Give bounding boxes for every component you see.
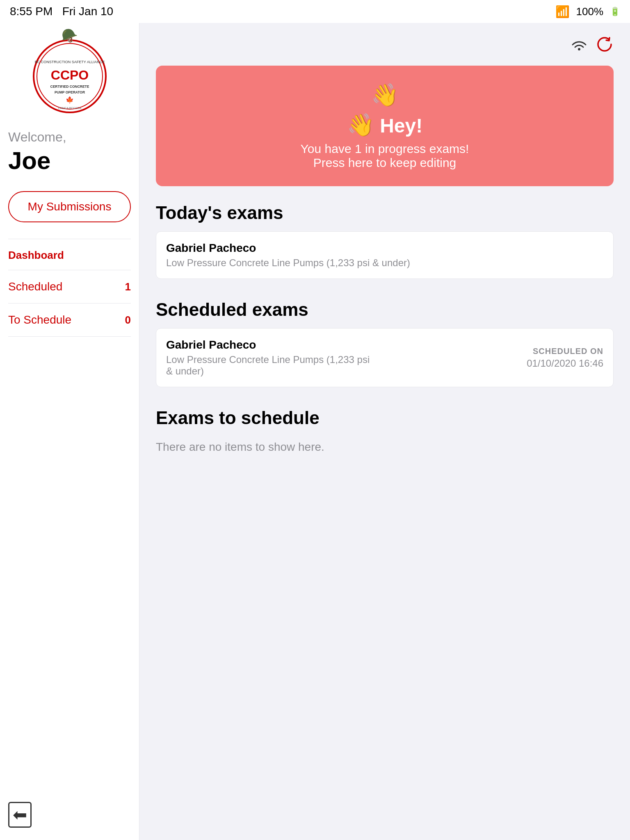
- logo-svg: CCPO BC CONSTRUCTION SAFETY ALLIANCE CER…: [31, 35, 109, 113]
- exams-to-schedule-title: Exams to schedule: [156, 408, 614, 428]
- svg-text:CAMCA   BCCSOA: CAMCA BCCSOA: [58, 107, 81, 110]
- header-wifi-icon: [571, 37, 587, 56]
- sidebar-item-to-schedule-label: To Schedule: [8, 313, 71, 326]
- sidebar-item-scheduled[interactable]: Scheduled 1: [8, 270, 131, 304]
- sidebar-bottom: ⬅: [8, 794, 131, 828]
- exams-to-schedule-empty: There are no items to show here.: [156, 436, 614, 458]
- svg-text:PUMP OPERATOR: PUMP OPERATOR: [54, 90, 84, 94]
- svg-text:BC CONSTRUCTION SAFETY ALLIANC: BC CONSTRUCTION SAFETY ALLIANCE: [34, 60, 104, 64]
- scheduled-exams-section: Scheduled exams Gabriel Pacheco Low Pres…: [156, 299, 614, 387]
- nav-section-title: Dashboard: [8, 239, 131, 270]
- wifi-status-icon: 📶: [555, 5, 570, 18]
- sidebar-item-scheduled-badge: 1: [125, 281, 131, 293]
- scheduled-exams-title: Scheduled exams: [156, 299, 614, 320]
- header-refresh-icon[interactable]: [596, 35, 614, 57]
- todays-exam-type-0: Low Pressure Concrete Line Pumps (1,233 …: [166, 257, 603, 269]
- logo-container: CCPO BC CONSTRUCTION SAFETY ALLIANCE CER…: [8, 35, 131, 113]
- status-bar: 8:55 PM Fri Jan 10 📶 100% 🔋: [0, 0, 630, 23]
- welcome-label: Welcome,: [8, 130, 131, 145]
- scheduled-exam-type-0: Low Pressure Concrete Line Pumps (1,233 …: [166, 354, 371, 377]
- user-name: Joe: [8, 146, 131, 175]
- hat-icon: 🪖: [62, 28, 78, 43]
- battery-icon: 🔋: [610, 7, 620, 16]
- scheduled-exam-left: Gabriel Pacheco Low Pressure Concrete Li…: [166, 338, 371, 377]
- logo: CCPO BC CONSTRUCTION SAFETY ALLIANCE CER…: [31, 35, 109, 113]
- logout-button[interactable]: ⬅: [8, 802, 131, 828]
- scheduled-label-text: SCHEDULED ON: [527, 347, 603, 356]
- svg-text:🍁: 🍁: [66, 96, 74, 104]
- scheduled-exam-info-0: SCHEDULED ON 01/10/2020 16:46: [527, 347, 603, 369]
- todays-exam-name-0: Gabriel Pacheco: [166, 242, 603, 255]
- battery-percentage: 100%: [576, 5, 604, 18]
- in-progress-banner[interactable]: 👋 👋 Hey! You have 1 in progress exams! P…: [156, 66, 614, 186]
- sidebar: CCPO BC CONSTRUCTION SAFETY ALLIANCE CER…: [0, 23, 139, 840]
- status-right: 📶 100% 🔋: [555, 5, 621, 18]
- todays-exams-title: Today's exams: [156, 203, 614, 223]
- sidebar-item-to-schedule[interactable]: To Schedule 0: [8, 304, 131, 337]
- scheduled-exam-card-0: Gabriel Pacheco Low Pressure Concrete Li…: [156, 328, 614, 387]
- logout-icon: ⬅: [8, 802, 32, 828]
- my-submissions-label: My Submissions: [28, 200, 112, 213]
- sidebar-item-scheduled-label: Scheduled: [8, 280, 62, 293]
- status-time: 8:55 PM: [10, 5, 52, 18]
- content-header: [156, 35, 614, 57]
- banner-subtitle-line1: You have 1 in progress exams!: [168, 142, 601, 156]
- status-time-date: 8:55 PM Fri Jan 10: [10, 5, 113, 18]
- exams-to-schedule-section: Exams to schedule There are no items to …: [156, 408, 614, 458]
- scheduled-exam-name-0: Gabriel Pacheco: [166, 338, 371, 352]
- banner-emoji: 👋: [168, 82, 601, 108]
- status-date: Fri Jan 10: [62, 5, 114, 18]
- svg-text:CERTIFIED CONCRETE: CERTIFIED CONCRETE: [50, 84, 89, 89]
- todays-exams-section: Today's exams Gabriel Pacheco Low Pressu…: [156, 203, 614, 279]
- app-layout: CCPO BC CONSTRUCTION SAFETY ALLIANCE CER…: [0, 23, 630, 840]
- banner-title: 👋 Hey!: [168, 112, 601, 138]
- svg-text:CCPO: CCPO: [50, 68, 88, 82]
- sidebar-item-to-schedule-badge: 0: [125, 314, 131, 326]
- main-content: 👋 👋 Hey! You have 1 in progress exams! P…: [139, 23, 630, 840]
- scheduled-date-0: 01/10/2020 16:46: [527, 358, 603, 369]
- my-submissions-button[interactable]: My Submissions: [8, 191, 131, 222]
- todays-exam-card-0: Gabriel Pacheco Low Pressure Concrete Li…: [156, 231, 614, 279]
- banner-subtitle-line2: Press here to keep editing: [168, 156, 601, 170]
